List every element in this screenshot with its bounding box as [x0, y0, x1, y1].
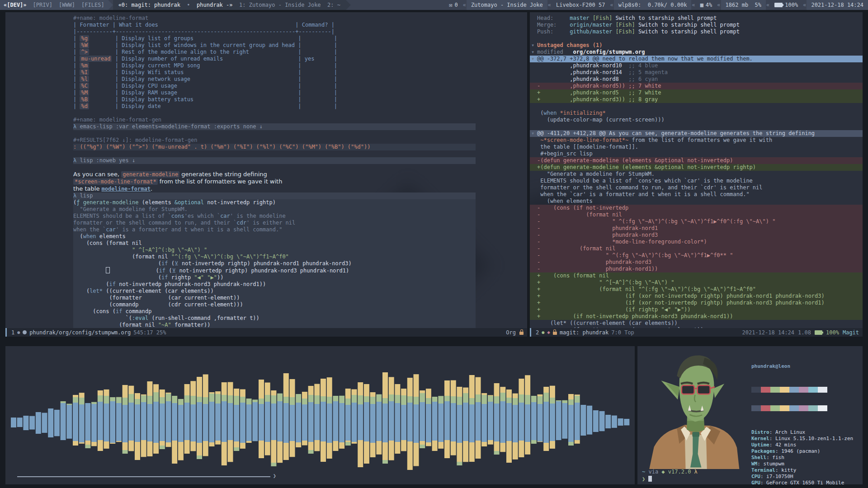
diff-line[interactable]: ~*screen-mode-line-format*~ from the lis… [530, 137, 863, 144]
diff-line[interactable] [530, 103, 863, 110]
buffer-line[interactable]: |-----------+---------------------------… [73, 28, 476, 35]
buffer-line[interactable]: | %W | Display list of windows in the cu… [73, 42, 476, 49]
buffer-line[interactable]: (let* ((current-element (car elements)) [73, 288, 476, 295]
buffer-line[interactable] [73, 130, 476, 137]
group-list[interactable]: «[DEV]»[PRIV][WWW][FILES] [0, 0, 108, 10]
buffer-line[interactable]: (commandp (cdr current-element))) [73, 301, 476, 308]
buffer-line[interactable]: | Formatter | What it does | Command? | [73, 22, 476, 28]
diff-line[interactable]: "Generate a modeline for StumpWM. [530, 171, 863, 178]
diff-line[interactable]: formatter or the shell command to run, a… [530, 184, 863, 191]
buffer-line[interactable]: (cons (if commandp [73, 308, 476, 315]
buffer-line[interactable]: (ƒ generate-modeline (elements &optional… [73, 199, 476, 206]
diff-line[interactable]: - " ^(:fg \"~A\")^(:bg \"~A\")^f1▶^f0** … [530, 252, 863, 259]
diff-line[interactable]: - " ^(:fg \"~A\")^(:bg \"~A\")^f1▶^f0^(:… [530, 218, 863, 225]
diff-line[interactable]: + ,phundrak-nord5 ;; 7 white [530, 89, 863, 96]
section-toggle-icon[interactable]: ▾ [531, 49, 534, 56]
diff-line[interactable]: + (if not-invertedp phundrak-nord3 phund… [530, 313, 863, 320]
diff-line[interactable]: - phundrak-nord3 [530, 232, 863, 239]
buffer-line[interactable]: | ^> | Rest of the modeline align to the… [73, 49, 476, 56]
buffer-line[interactable]: when the `car' is a formatter and t when… [73, 226, 476, 233]
buffer-line[interactable]: formatter or the shell command to run, a… [73, 220, 476, 226]
buffer-line[interactable]: `(:eval (run-shell-command ,formatter t)… [73, 315, 476, 322]
diff-line[interactable]: (update-color-map (current-screen))) [530, 117, 863, 123]
diff-line[interactable]: + (if (xor not-invertedp rightp) phundra… [530, 293, 863, 300]
buffer-line[interactable]: "Generate a modeline for StumpWM. [73, 206, 476, 213]
diff-line[interactable]: + (if (xor not-invertedp rightp) phundra… [530, 300, 863, 306]
group-tag[interactable]: [FILES] [81, 2, 104, 8]
org-buffer[interactable]: #+name: modeline-format| Formatter | Wha… [73, 15, 476, 328]
diff-line[interactable]: (let* ((current-element (car elements)) [530, 320, 863, 327]
buffer-line[interactable]: | %B | Display battery status | | [73, 96, 476, 103]
buffer-line[interactable]: λ emacs-lisp :var elements=modeline-form… [73, 123, 476, 130]
buffer-line[interactable]: " ^[~A^]^(:bg \"~A\") " [73, 247, 476, 253]
buffer-line[interactable] [73, 150, 476, 157]
diff-line[interactable]: - (format nil [530, 245, 863, 252]
diff-line[interactable]: - *mode-line-foreground-color*) [530, 239, 863, 245]
group-tag[interactable]: «[DEV]» [4, 2, 27, 8]
diff-line[interactable]: Push: github/master [Fish] Switch to sta… [530, 28, 863, 35]
group-tag[interactable]: [PRIV] [33, 2, 52, 8]
diff-line[interactable]: + ,phundrak-nord3)) ;; 8 gray [530, 96, 863, 103]
buffer-line[interactable]: λ lisp :noweb yes ↓ [73, 157, 476, 164]
diff-line[interactable]: + (cons (format nil [530, 272, 863, 279]
section-toggle-icon[interactable]: ▾ [531, 42, 534, 49]
buffer-line[interactable]: λ lisp [73, 192, 476, 199]
diff-line[interactable]: - ,phundrak-nord5)) ;; 7 white [530, 83, 863, 89]
diff-line[interactable]: when the `car' is a formatter and t when… [530, 191, 863, 198]
buffer-line[interactable] [73, 110, 476, 117]
emacs-window[interactable]: #+name: modeline-format| Formatter | Wha… [5, 12, 527, 337]
buffer-line[interactable]: | %g | Display list of groups | | [73, 35, 476, 42]
diff-line[interactable]: the table [[modeline-format]]. [530, 144, 863, 150]
buffer-line[interactable]: (if not-invertedp phundrak-nord3 phundra… [73, 281, 476, 288]
buffer-line[interactable]: (cons (format nil [73, 240, 476, 247]
diff-line[interactable]: + (format nil "^(:fg \"~A\")^(:bg \"~A\"… [530, 286, 863, 293]
group-tag[interactable]: [WWW] [59, 2, 75, 8]
diff-line[interactable]: ,phundrak-nord8 ;; 6 cyan [530, 76, 863, 83]
buffer-line[interactable]: (format nil "^(:fg \"~A\")^(:bg \"~A\")^… [73, 253, 476, 260]
buffer-line[interactable]: | %M | Display RAM usage | | [73, 89, 476, 96]
diff-line[interactable]: + (if rightp "◀" "▶")) [530, 306, 863, 313]
diff-line[interactable]: ,phundrak-nord10 ;; 4 blue [530, 62, 863, 69]
buffer-line[interactable]: (formatter (car current-element)) [73, 295, 476, 301]
diff-line[interactable]: +(defun generate-modeline (elements &opt… [530, 164, 863, 171]
diff-line[interactable]: - phundrak-nord3 [530, 259, 863, 266]
buffer-line[interactable]: | %l | Display network usage | | [73, 76, 476, 83]
buffer-line[interactable]: (if (⊻ not-invertedp rightp) phundrak-no… [73, 267, 476, 274]
diff-hunk-header[interactable]: ▾@@ -372,7 +372,8 @@ need to reload them… [530, 56, 863, 62]
magit-buffer[interactable]: Head: master [Fish] Switch to starship s… [530, 15, 863, 333]
buffer-line[interactable] [73, 164, 476, 171]
diff-line[interactable]: -(defun generate-modeline (elements &opt… [530, 157, 863, 164]
terminal-window[interactable]: phundrak@leon Distro: Arch LinuxKernel: … [637, 346, 863, 484]
buffer-line[interactable]: (if rightp "◀" "▶")) [73, 274, 476, 281]
diff-line[interactable]: (when elements [530, 198, 863, 205]
section-toggle-icon[interactable]: ▾ [531, 56, 534, 62]
diff-hunk-header[interactable]: ▾@@ -411,20 +412,28 @@ As you can see, g… [530, 130, 863, 137]
prompt-line[interactable]: ~ via ◆ v17.2.0 λ [642, 468, 698, 475]
buffer-line[interactable]: : (("%g") ("%W") ("^>") ("mu-unread" . t… [73, 144, 476, 150]
diff-line[interactable]: ▾modified org/config/stumpwm.org [530, 49, 863, 56]
buffer-line[interactable]: #+RESULTS[7f62 ↓]: modeline-format-gen [73, 137, 476, 144]
diff-line[interactable]: - phundrak-nord1)) [530, 266, 863, 272]
buffer-line[interactable]: (if (⊻ not-invertedp rightp) phundrak-no… [73, 260, 476, 267]
buffer-line[interactable]: *screen-mode-line-format* from the list … [73, 178, 476, 185]
buffer-line[interactable]: ELEMENTS should be a list of `cons'es wh… [73, 213, 476, 220]
shell-prompt[interactable]: ~ via ◆ v17.2.0 λ❯ [642, 468, 698, 483]
window-list[interactable]: «0: magit: phundrak • phundrak -» 1: Zut… [113, 0, 346, 10]
diff-line[interactable]: #+begin_src lisp [530, 150, 863, 157]
diff-line[interactable] [530, 123, 863, 130]
buffer-line[interactable]: | %d | Display date | | [73, 103, 476, 110]
buffer-line[interactable]: the table modeline-format. [73, 185, 476, 192]
prompt-line[interactable]: ❯ [642, 475, 698, 483]
diff-line[interactable]: (when *initializing* [530, 110, 863, 117]
buffer-line[interactable]: (when elements [73, 233, 476, 240]
diff-line[interactable]: Head: master [Fish] Switch to starship s… [530, 15, 863, 22]
diff-line[interactable]: - (cons (if not-invertedp [530, 205, 863, 211]
diff-line[interactable]: + " ^[~A^]^(:bg \"~A\") " [530, 279, 863, 286]
buffer-line[interactable]: As you can see, generate-modeline genera… [73, 171, 476, 178]
section-toggle-icon[interactable]: ▾ [531, 130, 534, 137]
diff-line[interactable]: ELEMENTS should be a list of `cons'es wh… [530, 178, 863, 184]
buffer-line[interactable]: | mu-unread | Display number of unread e… [73, 56, 476, 62]
diff-line[interactable]: ▾Unstaged changes (1) [530, 42, 863, 49]
buffer-line[interactable]: #+name: modeline-format [73, 15, 476, 22]
diff-line[interactable]: Merge: origin/master [Fish] Switch to st… [530, 22, 863, 28]
